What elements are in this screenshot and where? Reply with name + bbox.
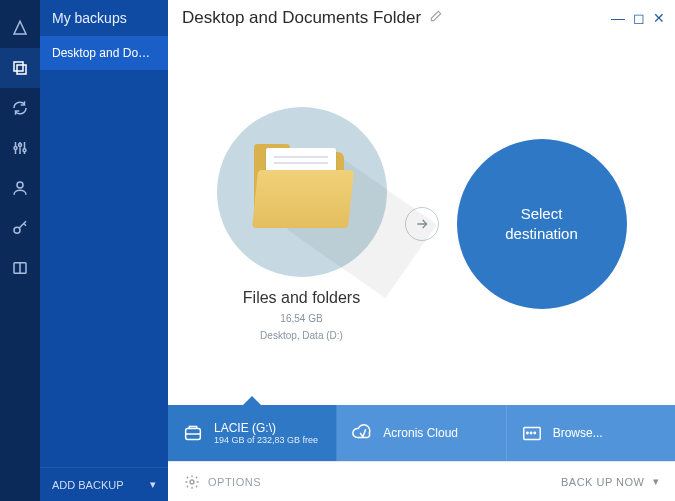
- svg-point-6: [14, 227, 20, 233]
- icon-rail: [0, 0, 40, 501]
- backup-tab-icon[interactable]: [0, 48, 40, 88]
- source-size: 16,54 GB: [280, 313, 322, 324]
- svg-point-4: [23, 149, 26, 152]
- window-controls: — ◻ ✕: [611, 11, 665, 25]
- account-tab-icon[interactable]: [0, 168, 40, 208]
- backup-now-label: BACK UP NOW: [561, 476, 645, 488]
- svg-point-2: [14, 147, 17, 150]
- destination-option-cloud-name: Acronis Cloud: [383, 426, 458, 440]
- destination-circle[interactable]: Select destination: [457, 139, 627, 309]
- svg-point-10: [526, 432, 527, 433]
- gear-icon: [184, 474, 200, 490]
- app-logo-icon[interactable]: [0, 8, 40, 48]
- svg-point-12: [534, 432, 535, 433]
- svg-rect-0: [14, 62, 23, 71]
- close-icon[interactable]: ✕: [653, 11, 665, 25]
- destination-option-browse-name: Browse...: [553, 426, 603, 440]
- help-tab-icon[interactable]: [0, 248, 40, 288]
- destination-option-browse[interactable]: Browse...: [507, 405, 675, 461]
- footer-bar: OPTIONS BACK UP NOW ▾: [168, 461, 675, 501]
- source-section: Files and folders 16,54 GB Desktop, Data…: [217, 107, 387, 341]
- destination-option-drive[interactable]: LACIE (G:\) 194 GB of 232,83 GB free: [168, 405, 337, 461]
- svg-point-3: [19, 144, 22, 147]
- backup-sidebar: My backups Desktop and Docu... ADD BACKU…: [40, 0, 168, 501]
- add-backup-button[interactable]: ADD BACKUP ▾: [40, 467, 168, 501]
- sidebar-item-backup[interactable]: Desktop and Docu...: [40, 36, 168, 70]
- options-label: OPTIONS: [208, 476, 261, 488]
- maximize-icon[interactable]: ◻: [633, 11, 645, 25]
- sidebar-title: My backups: [40, 0, 168, 36]
- svg-point-5: [17, 182, 23, 188]
- main-panel: Desktop and Documents Folder — ◻ ✕ Files…: [168, 0, 675, 501]
- titlebar: Desktop and Documents Folder — ◻ ✕: [168, 0, 675, 32]
- destination-option-drive-name: LACIE (G:\): [214, 421, 318, 435]
- chevron-down-icon: ▾: [150, 478, 156, 491]
- tools-tab-icon[interactable]: [0, 128, 40, 168]
- add-backup-label: ADD BACKUP: [52, 479, 124, 491]
- page-title: Desktop and Documents Folder: [182, 8, 421, 28]
- source-label: Files and folders: [243, 289, 360, 307]
- minimize-icon[interactable]: —: [611, 11, 625, 25]
- source-circle[interactable]: [217, 107, 387, 277]
- source-path: Desktop, Data (D:): [260, 330, 343, 341]
- sync-tab-icon[interactable]: [0, 88, 40, 128]
- options-button[interactable]: OPTIONS: [168, 462, 277, 501]
- svg-point-13: [190, 480, 194, 484]
- svg-rect-1: [17, 65, 26, 74]
- destination-bar: LACIE (G:\) 194 GB of 232,83 GB free Acr…: [168, 405, 675, 461]
- edit-title-icon[interactable]: [429, 9, 443, 27]
- destination-option-cloud[interactable]: Acronis Cloud: [337, 405, 506, 461]
- destination-option-drive-detail: 194 GB of 232,83 GB free: [214, 435, 318, 445]
- backup-config-area: Files and folders 16,54 GB Desktop, Data…: [168, 32, 675, 405]
- backup-now-button[interactable]: BACK UP NOW ▾: [545, 462, 675, 501]
- key-tab-icon[interactable]: [0, 208, 40, 248]
- folder-icon: [252, 152, 352, 232]
- svg-point-11: [530, 432, 531, 433]
- destination-placeholder: Select destination: [485, 204, 598, 243]
- chevron-down-icon: ▾: [653, 475, 660, 488]
